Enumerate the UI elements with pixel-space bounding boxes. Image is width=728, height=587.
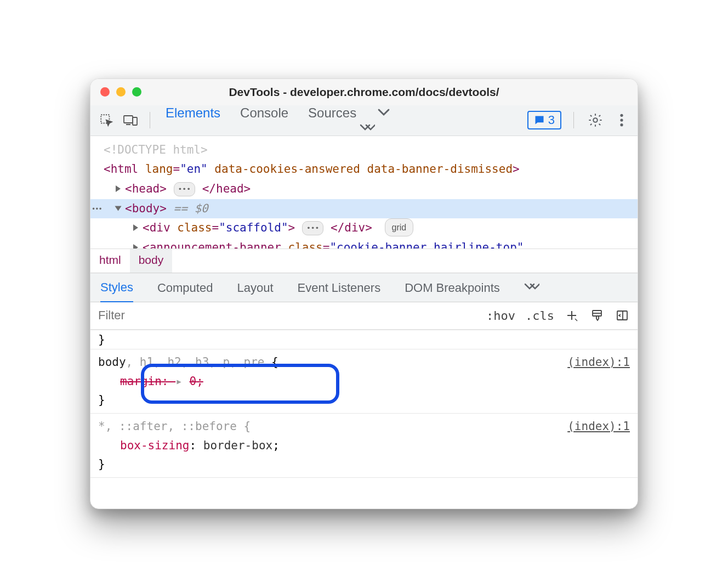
grid-badge[interactable]: grid [385, 218, 414, 236]
dom-body-selected[interactable]: <body> == $0 [90, 199, 638, 219]
rule-close-brace: } [98, 455, 630, 474]
rule-close-brace: } [98, 391, 630, 410]
svg-point-6 [620, 118, 623, 121]
breadcrumb-body[interactable]: body [130, 249, 173, 273]
svg-point-7 [620, 123, 623, 126]
issues-count: 3 [548, 113, 555, 127]
inspect-element-icon[interactable] [97, 111, 116, 129]
collapse-caret-icon[interactable] [115, 206, 122, 211]
styles-paintbrush-icon[interactable] [589, 308, 605, 323]
dom-head[interactable]: <head> ••• </head> [90, 179, 638, 199]
style-rule-body[interactable]: (index):1 body, h1, h2, h3, p, pre { mar… [90, 349, 638, 414]
style-rule-ua-body[interactable]: user agent stylesheet body { [90, 478, 638, 483]
toolbar-separator [150, 112, 150, 128]
svg-rect-1 [124, 116, 133, 123]
styles-rules: } (index):1 body, h1, h2, h3, p, pre { m… [90, 330, 638, 483]
styles-filter-input[interactable] [90, 302, 486, 329]
breadcrumb: html body [90, 249, 638, 273]
dom-div-scaffold[interactable]: <div class="scaffold"> ••• </div> grid [90, 218, 638, 238]
val-margin[interactable]: 0 [189, 375, 196, 388]
dom-html[interactable]: <html lang="en" data-cookies-answered da… [90, 160, 638, 179]
expand-caret-icon[interactable] [116, 185, 121, 192]
rule-close-brace: } [98, 333, 105, 346]
selector-body[interactable]: body [98, 355, 126, 369]
settings-icon[interactable] [586, 111, 605, 129]
toggle-sidebar-icon[interactable] [615, 308, 630, 323]
style-rule-universal[interactable]: (index):1 *, ::after, ::before { box-siz… [90, 414, 638, 478]
more-styles-tabs-icon[interactable] [524, 273, 539, 302]
close-window-icon[interactable] [100, 87, 110, 97]
ellipsis-icon[interactable]: ••• [174, 182, 195, 196]
expand-caret-icon[interactable] [133, 224, 138, 231]
cls-toggle[interactable]: .cls [525, 309, 554, 323]
zoom-window-icon[interactable] [132, 87, 141, 97]
new-style-rule-icon[interactable] [564, 308, 579, 323]
selector-rest[interactable]: , h1, h2, h3, p, pre [126, 355, 272, 369]
svg-rect-3 [133, 117, 137, 125]
titlebar: DevTools - developer.chrome.com/docs/dev… [90, 79, 638, 105]
rule-source-link[interactable]: (index):1 [567, 353, 630, 372]
expand-caret-icon[interactable] [133, 244, 138, 249]
tab-dom-breakpoints[interactable]: DOM Breakpoints [405, 273, 500, 302]
dom-tree[interactable]: <!DOCTYPE html> <html lang="en" data-coo… [90, 136, 638, 249]
ua-stylesheet-label: user agent stylesheet [484, 481, 630, 483]
svg-point-5 [620, 114, 623, 117]
window-controls [100, 87, 141, 97]
prop-margin[interactable]: margin [120, 375, 162, 388]
val-border-box[interactable]: border-box [203, 439, 272, 452]
rule-source-link[interactable]: (index):1 [567, 417, 630, 436]
dom-doctype[interactable]: <!DOCTYPE html> [90, 140, 638, 160]
styles-tabs: Styles Computed Layout Event Listeners D… [90, 273, 638, 302]
tab-styles[interactable]: Styles [100, 272, 133, 303]
breadcrumb-html[interactable]: html [90, 249, 130, 273]
dom-announcement-banner[interactable]: <announcement-banner class="cookie-banne… [90, 238, 638, 249]
minimize-window-icon[interactable] [116, 87, 126, 97]
styles-filter-row: :hov .cls [90, 302, 638, 330]
hov-toggle[interactable]: :hov [486, 309, 515, 323]
device-toolbar-icon[interactable] [121, 111, 140, 129]
devtools-window: DevTools - developer.chrome.com/docs/dev… [90, 78, 638, 509]
prop-box-sizing[interactable]: box-sizing [120, 439, 189, 452]
ellipsis-icon[interactable]: ••• [302, 221, 323, 235]
tab-computed[interactable]: Computed [157, 273, 213, 302]
tab-event-listeners[interactable]: Event Listeners [298, 273, 381, 302]
svg-point-4 [593, 118, 597, 122]
selector-universal[interactable]: *, ::after, ::before { [98, 420, 251, 433]
window-title: DevTools - developer.chrome.com/docs/dev… [99, 86, 629, 99]
main-toolbar: Elements Console Sources 3 [90, 105, 638, 136]
kebab-menu-icon[interactable] [612, 111, 631, 129]
tab-layout[interactable]: Layout [237, 273, 273, 302]
issues-badge[interactable]: 3 [527, 111, 561, 129]
toolbar-separator [573, 112, 574, 128]
